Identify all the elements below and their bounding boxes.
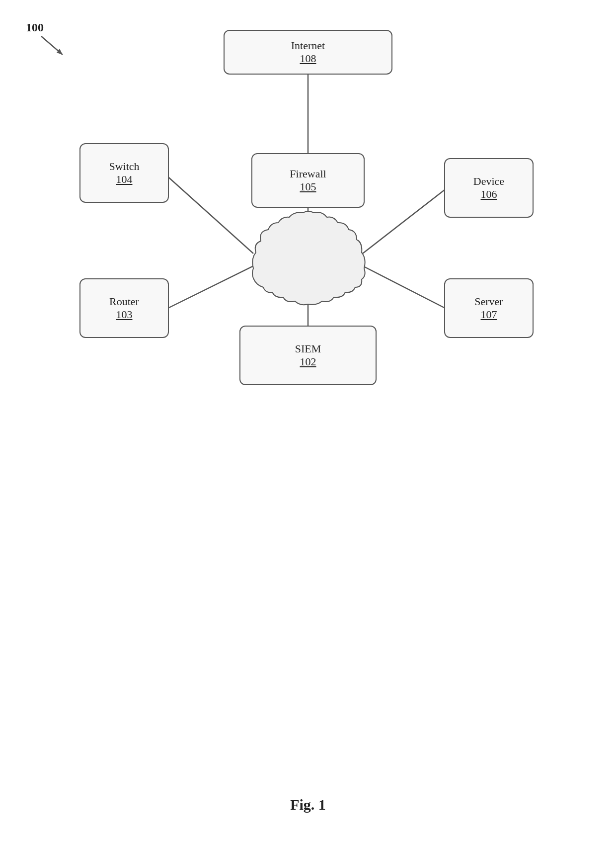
router-label: Router [109,295,139,308]
switch-id: 104 [116,173,133,186]
router-id: 103 [116,308,133,321]
internet-label: Internet [291,39,325,52]
device-node: Device 106 [444,158,534,218]
server-id: 107 [481,308,497,321]
diagram-reference: 100 [26,21,44,34]
svg-line-3 [166,266,253,309]
device-label: Device [473,175,504,188]
siem-id: 102 [300,355,316,368]
internet-id: 108 [300,52,316,65]
device-id: 106 [481,188,497,201]
siem-node: SIEM 102 [239,326,377,385]
figure-label: Fig. 1 [290,796,326,813]
switch-label: Switch [109,160,139,173]
firewall-node: Firewall 105 [251,153,365,208]
firewall-label: Firewall [290,168,326,180]
server-node: Server 107 [444,278,534,338]
svg-line-2 [166,175,253,253]
siem-label: SIEM [295,342,321,355]
router-node: Router 103 [79,278,169,338]
svg-line-5 [363,266,447,309]
switch-node: Switch 104 [79,143,169,203]
server-label: Server [474,295,503,308]
svg-line-4 [363,188,447,253]
firewall-id: 105 [300,180,316,193]
internet-node: Internet 108 [224,30,392,75]
